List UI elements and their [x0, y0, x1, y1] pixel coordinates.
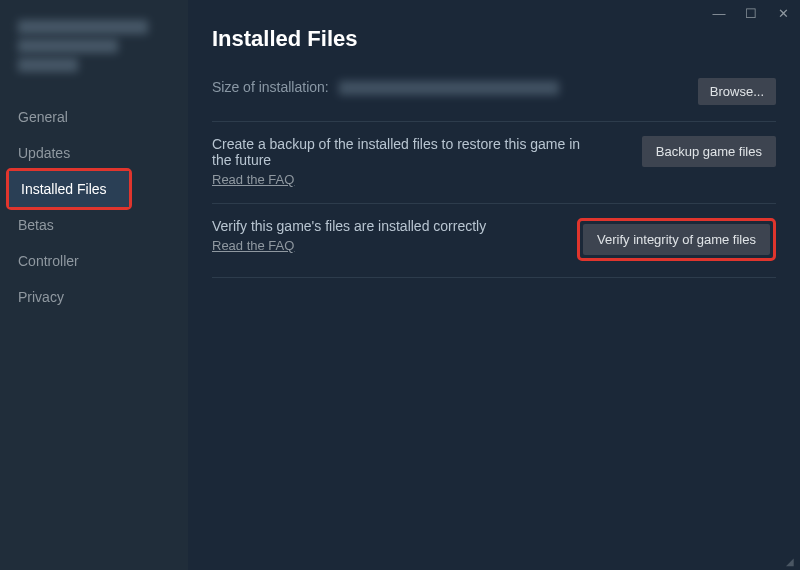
minimize-icon[interactable]: — — [710, 6, 728, 20]
backup-description: Create a backup of the installed files t… — [212, 136, 592, 168]
window-controls: — ☐ ✕ — [710, 6, 792, 20]
size-label: Size of installation: — [212, 79, 329, 95]
backup-button[interactable]: Backup game files — [642, 136, 776, 167]
highlight-installed-files: Installed Files — [6, 168, 132, 210]
sidebar: General Updates Installed Files Betas Co… — [0, 0, 188, 570]
verify-section: Verify this game's files are installed c… — [212, 218, 776, 278]
browse-button[interactable]: Browse... — [698, 78, 776, 105]
highlight-verify-button: Verify integrity of game files — [577, 218, 776, 261]
verify-description: Verify this game's files are installed c… — [212, 218, 486, 234]
redacted-title-line — [18, 20, 148, 34]
size-section: Size of installation: Browse... — [212, 78, 776, 122]
redacted-title-line — [18, 58, 78, 72]
backup-section: Create a backup of the installed files t… — [212, 136, 776, 204]
redacted-size-value — [339, 81, 559, 95]
verify-integrity-button[interactable]: Verify integrity of game files — [583, 224, 770, 255]
game-title-block — [0, 20, 188, 99]
close-icon[interactable]: ✕ — [774, 6, 792, 20]
faq-link-verify[interactable]: Read the FAQ — [212, 238, 486, 253]
sidebar-item-privacy[interactable]: Privacy — [0, 279, 188, 315]
sidebar-item-controller[interactable]: Controller — [0, 243, 188, 279]
faq-link-backup[interactable]: Read the FAQ — [212, 172, 592, 187]
sidebar-item-betas[interactable]: Betas — [0, 207, 188, 243]
maximize-icon[interactable]: ☐ — [742, 6, 760, 20]
resize-grip-icon[interactable]: ◢ — [786, 556, 796, 566]
sidebar-item-updates[interactable]: Updates — [0, 135, 188, 171]
main-panel: — ☐ ✕ Installed Files Size of installati… — [188, 0, 800, 570]
page-title: Installed Files — [212, 26, 776, 52]
redacted-title-line — [18, 39, 118, 53]
sidebar-item-installed-files[interactable]: Installed Files — [9, 171, 129, 207]
sidebar-item-general[interactable]: General — [0, 99, 188, 135]
